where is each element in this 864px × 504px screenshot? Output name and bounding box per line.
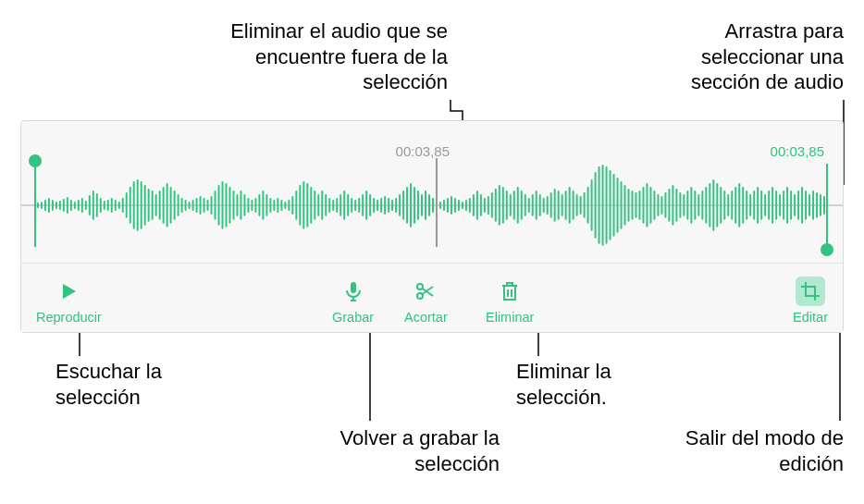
play-icon <box>57 277 80 306</box>
scissors-icon <box>414 277 437 306</box>
playhead-line[interactable] <box>436 158 438 247</box>
edit-button[interactable]: Editar <box>793 277 828 325</box>
delete-label: Eliminar <box>486 310 534 325</box>
edit-toolbar: Reproducir Grabar Acortar Eliminar Edita <box>21 263 843 332</box>
delete-button[interactable]: Eliminar <box>486 277 534 325</box>
selection-start-line[interactable] <box>34 164 36 247</box>
selection-end-timestamp: 00:03,85 <box>771 143 824 159</box>
selection-end-line[interactable] <box>826 164 828 247</box>
record-button[interactable]: Grabar <box>332 277 374 325</box>
selection-end-handle[interactable] <box>821 243 833 256</box>
mic-icon <box>342 277 364 306</box>
edit-label: Editar <box>793 310 828 325</box>
svg-point-215 <box>417 284 423 289</box>
callout-play: Escuchar la selección <box>56 359 241 410</box>
waveform-area[interactable] <box>21 164 843 247</box>
svg-rect-214 <box>351 282 356 293</box>
play-button[interactable]: Reproducir <box>36 277 102 325</box>
waveform-icon <box>21 164 843 247</box>
record-label: Grabar <box>332 310 374 325</box>
audio-editor-panel: 00:03,85 00:03,85 <box>20 120 844 333</box>
trash-icon <box>499 277 521 306</box>
play-label: Reproducir <box>36 310 102 325</box>
selection-start-handle[interactable] <box>29 154 42 167</box>
svg-point-216 <box>417 293 423 299</box>
callout-edit: Salir del modo de edición <box>649 425 844 476</box>
crop-icon <box>796 277 825 306</box>
trim-label: Acortar <box>404 310 448 325</box>
trim-button[interactable]: Acortar <box>404 277 448 325</box>
callout-record: Volver a grabar la selección <box>287 425 500 476</box>
callout-delete: Eliminar la selección. <box>516 359 701 410</box>
playhead-timestamp: 00:03,85 <box>396 143 450 159</box>
